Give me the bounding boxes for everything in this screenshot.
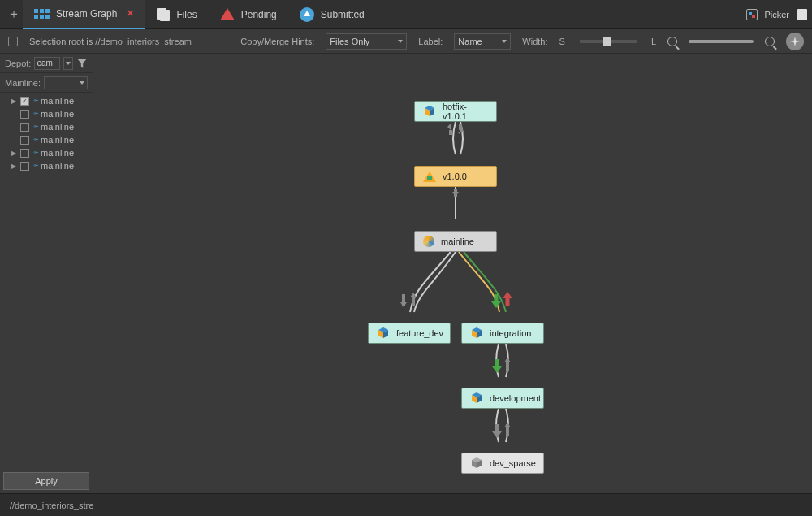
apply-button[interactable]: Apply — [3, 472, 89, 490]
close-icon[interactable]: ✕ — [127, 8, 134, 19]
stream-graph-icon — [34, 9, 50, 19]
tree-row[interactable]: ≈ mainline — [0, 107, 93, 120]
status-bar: //demo_interiors_stre — [0, 493, 812, 516]
graph-toolbar: Selection root is //demo_interiors_strea… — [0, 29, 812, 54]
width-small: S — [559, 37, 565, 46]
graph-prefs-button[interactable] — [786, 33, 804, 50]
tree-row[interactable]: ▶ ✓ ≈ mainline — [0, 94, 93, 107]
tab-submitted[interactable]: Submitted — [288, 0, 376, 29]
zoom-slider[interactable] — [689, 40, 754, 43]
stream-node-mainline[interactable]: mainline — [414, 231, 497, 252]
tab-label: Submitted — [321, 9, 365, 20]
tab-label: Pending — [241, 9, 277, 20]
selection-prefix: Selection root is — [29, 37, 95, 46]
node-label: mainline — [441, 236, 474, 246]
copy-merge-label: Copy/Merge Hints: — [240, 37, 314, 46]
stream-node-hotfix[interactable]: hotfix-v1.0.1 — [414, 101, 497, 122]
tree-checkbox[interactable] — [20, 136, 29, 145]
submitted-icon — [300, 7, 314, 22]
zoom-in-icon[interactable] — [765, 37, 775, 46]
cube-icon — [423, 105, 436, 118]
depot-label: Depot: — [5, 59, 31, 68]
stream-node-integration[interactable]: integration — [461, 323, 544, 344]
mainline-icon — [423, 236, 434, 247]
expand-icon[interactable]: ▶ — [11, 150, 18, 157]
width-label: Width: — [522, 37, 547, 46]
node-label: feature_dev — [396, 328, 443, 338]
release-icon — [423, 171, 436, 182]
cube-icon — [470, 392, 483, 405]
stream-tree-panel: Depot: Mainline: ▶ ✓ ≈ mainline ≈ mainli… — [0, 54, 93, 493]
tree-checkbox[interactable] — [20, 123, 29, 132]
label-dropdown[interactable]: Name — [454, 33, 511, 50]
cube-icon — [470, 327, 483, 340]
tab-pending[interactable]: Pending — [209, 0, 288, 29]
stream-icon: ≈ — [33, 109, 37, 119]
node-label: integration — [490, 328, 531, 338]
stream-node-release[interactable]: v1.0.0 — [414, 166, 497, 187]
pending-icon — [220, 8, 235, 20]
tab-label: Files — [176, 9, 197, 20]
tree-checkbox[interactable]: ✓ — [20, 97, 29, 106]
mainline-dropdown[interactable] — [44, 76, 88, 89]
zoom-out-icon[interactable] — [667, 37, 677, 46]
tree-row[interactable]: ≈ mainline — [0, 133, 93, 146]
tab-files[interactable]: Files — [145, 0, 208, 29]
width-large: L — [651, 37, 656, 46]
filter-icon[interactable] — [76, 58, 88, 69]
depot-input[interactable] — [34, 57, 60, 70]
mainline-row: Mainline: — [0, 73, 93, 93]
picker-button[interactable]: Picker — [738, 9, 797, 20]
picker-icon — [746, 9, 758, 20]
status-path: //demo_interiors_stre — [10, 501, 93, 510]
menu-icon[interactable] — [797, 9, 807, 20]
tree-checkbox[interactable] — [20, 110, 29, 119]
label-label: Label: — [418, 37, 443, 46]
stream-node-sparse[interactable]: dev_sparse — [461, 453, 544, 474]
tree-checkbox[interactable] — [20, 149, 29, 158]
node-label: hotfix-v1.0.1 — [443, 102, 488, 121]
tree-row[interactable]: ▶ ≈ mainline — [0, 146, 93, 159]
cube-icon — [470, 457, 483, 470]
stream-icon: ≈ — [33, 135, 37, 145]
node-label: v1.0.0 — [443, 171, 467, 181]
tree-checkbox[interactable] — [20, 162, 29, 171]
selection-root-path: //demo_interiors_stream — [95, 37, 192, 46]
tab-stream-graph[interactable]: Stream Graph ✕ — [23, 0, 145, 29]
top-tab-bar: ＋ Stream Graph ✕ Files Pending Submitted… — [0, 0, 812, 29]
copy-merge-dropdown[interactable]: Files Only — [326, 33, 407, 50]
add-tab-button[interactable]: ＋ — [5, 6, 23, 24]
stream-icon: ≈ — [33, 122, 37, 132]
expand-icon[interactable]: ▶ — [11, 163, 18, 170]
tree-row[interactable]: ≈ mainline — [0, 120, 93, 133]
stream-icon: ≈ — [33, 148, 37, 158]
files-icon — [157, 8, 170, 21]
stream-graph-canvas[interactable]: hotfix-v1.0.1 v1.0.0 mainline feature_de… — [93, 54, 812, 493]
stream-tree: ▶ ✓ ≈ mainline ≈ mainline ≈ mainline ≈ m… — [0, 93, 93, 472]
picker-label: Picker — [764, 10, 789, 20]
stream-icon: ≈ — [33, 161, 37, 171]
node-label: development — [490, 393, 541, 403]
stream-icon: ≈ — [33, 96, 37, 106]
tab-label: Stream Graph — [56, 8, 117, 20]
stream-node-development[interactable]: development — [461, 388, 544, 409]
cube-icon — [377, 327, 390, 340]
mainline-label: Mainline: — [5, 78, 41, 88]
depot-dropdown[interactable] — [63, 57, 73, 70]
depot-row: Depot: — [0, 54, 93, 73]
width-slider[interactable] — [580, 40, 637, 43]
tree-row[interactable]: ▶ ≈ mainline — [0, 159, 93, 172]
node-label: dev_sparse — [490, 458, 536, 468]
selection-icon[interactable] — [8, 37, 18, 46]
stream-node-feature[interactable]: feature_dev — [368, 323, 451, 344]
expand-icon[interactable]: ▶ — [11, 98, 18, 105]
